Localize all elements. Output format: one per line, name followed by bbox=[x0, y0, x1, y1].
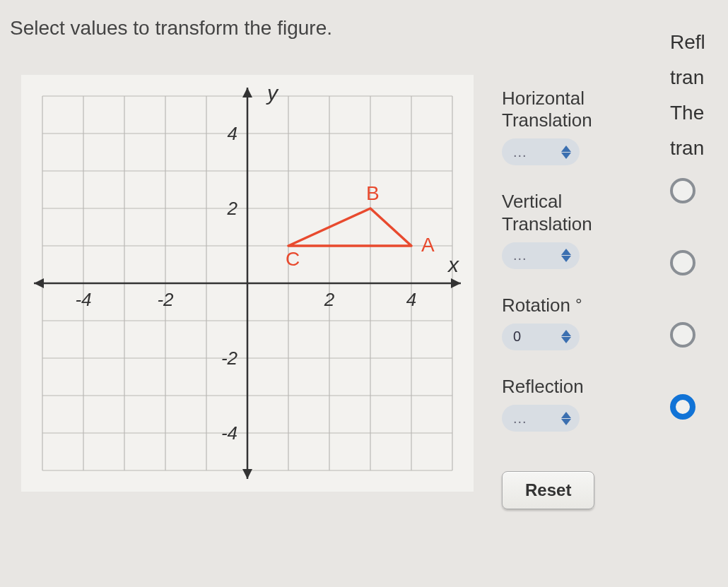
horizontal-translation-group: Horizontal Translation ... bbox=[502, 88, 643, 165]
svg-text:A: A bbox=[421, 234, 435, 256]
svg-marker-26 bbox=[242, 88, 252, 97]
horizontal-translation-value: ... bbox=[513, 144, 541, 160]
svg-marker-44 bbox=[561, 249, 571, 255]
horizontal-translation-stepper[interactable]: ... bbox=[502, 138, 580, 165]
svg-marker-46 bbox=[561, 330, 571, 336]
svg-text:-4: -4 bbox=[221, 422, 237, 444]
vertical-translation-group: Vertical Translation ... bbox=[502, 191, 643, 268]
coordinate-graph: -4-224-4-224yxABC bbox=[21, 75, 474, 492]
svg-marker-47 bbox=[561, 337, 571, 343]
vertical-translation-label: Vertical Translation bbox=[502, 191, 643, 235]
stepper-arrows-icon[interactable] bbox=[561, 330, 571, 343]
svg-text:-4: -4 bbox=[75, 289, 91, 310]
partial-text-4: tran bbox=[670, 137, 721, 160]
horizontal-translation-label: Horizontal Translation bbox=[502, 88, 643, 131]
rotation-stepper[interactable]: 0 bbox=[502, 324, 580, 350]
svg-marker-25 bbox=[34, 278, 44, 288]
svg-marker-48 bbox=[561, 412, 571, 418]
svg-marker-42 bbox=[561, 146, 571, 152]
rotation-label-text: Rotation bbox=[502, 295, 570, 316]
svg-marker-43 bbox=[561, 153, 571, 159]
answer-radios bbox=[670, 178, 721, 432]
svg-marker-45 bbox=[561, 256, 571, 262]
partial-text-3: The bbox=[670, 102, 721, 124]
svg-text:-2: -2 bbox=[221, 348, 238, 369]
radio-option-3[interactable] bbox=[670, 322, 695, 348]
svg-marker-24 bbox=[451, 278, 461, 288]
vertical-translation-stepper[interactable]: ... bbox=[502, 242, 580, 269]
rotation-value: 0 bbox=[513, 328, 541, 345]
svg-text:2: 2 bbox=[227, 198, 238, 219]
stepper-arrows-icon[interactable] bbox=[561, 249, 571, 262]
radio-option-2[interactable] bbox=[670, 250, 695, 275]
reflection-label: Reflection bbox=[502, 376, 643, 398]
svg-text:B: B bbox=[366, 182, 380, 204]
right-partial-panel: Refl tran The tran bbox=[657, 17, 721, 587]
radio-option-1[interactable] bbox=[670, 178, 695, 203]
svg-text:x: x bbox=[447, 253, 459, 276]
svg-text:y: y bbox=[266, 81, 279, 105]
controls-panel: Horizontal Translation ... Vertical Tran… bbox=[502, 17, 643, 587]
stepper-arrows-icon[interactable] bbox=[561, 412, 571, 425]
radio-option-4[interactable] bbox=[670, 394, 695, 420]
svg-text:4: 4 bbox=[228, 123, 237, 144]
svg-text:-2: -2 bbox=[157, 289, 174, 310]
svg-marker-49 bbox=[561, 419, 571, 425]
svg-text:2: 2 bbox=[324, 289, 335, 310]
reflection-stepper[interactable]: ... bbox=[502, 405, 580, 432]
svg-text:4: 4 bbox=[406, 289, 416, 310]
partial-text-2: tran bbox=[670, 66, 721, 89]
vertical-translation-value: ... bbox=[513, 247, 541, 263]
svg-marker-38 bbox=[288, 208, 411, 246]
reflection-value: ... bbox=[513, 410, 541, 427]
instruction-text: Select values to transform the figure. bbox=[10, 17, 488, 40]
graph-svg: -4-224-4-224yxABC bbox=[21, 75, 474, 492]
reflection-group: Reflection ... bbox=[502, 376, 643, 432]
stepper-arrows-icon[interactable] bbox=[561, 146, 571, 159]
svg-marker-27 bbox=[242, 469, 252, 479]
svg-text:C: C bbox=[286, 248, 300, 270]
rotation-group: Rotation ° 0 bbox=[502, 295, 643, 350]
partial-text-1: Refl bbox=[670, 31, 721, 54]
rotation-label: Rotation ° bbox=[502, 295, 643, 316]
degree-symbol: ° bbox=[575, 295, 582, 314]
reset-button[interactable]: Reset bbox=[502, 471, 594, 509]
